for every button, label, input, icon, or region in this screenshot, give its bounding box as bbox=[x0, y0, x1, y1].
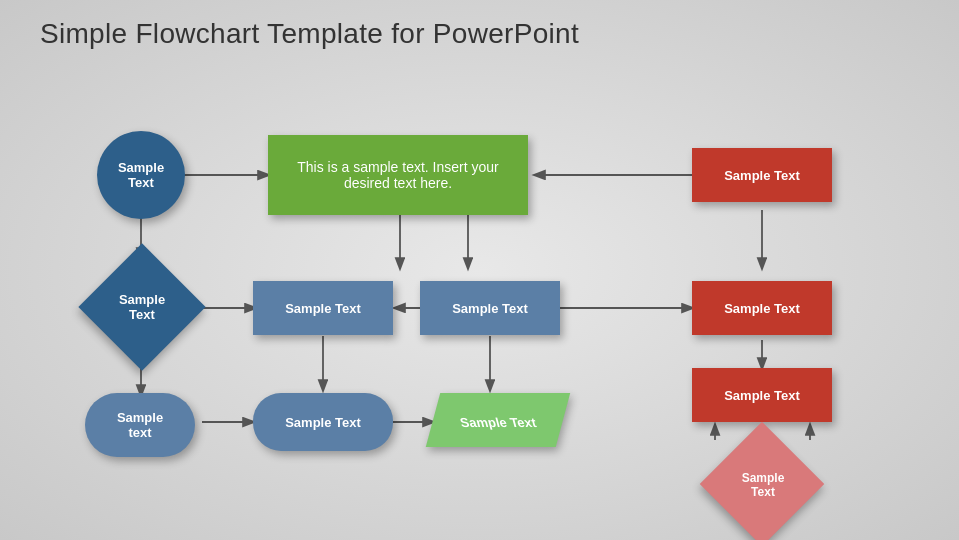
rounded-rect-label: Sample Text bbox=[285, 415, 361, 430]
rect-blue1-shape: Sample Text bbox=[253, 281, 393, 335]
rect-blue1-label: Sample Text bbox=[285, 301, 361, 316]
circle-shape: SampleText bbox=[97, 131, 185, 219]
page-title: Simple Flowchart Template for PowerPoint bbox=[40, 18, 579, 50]
circle-label: SampleText bbox=[118, 160, 164, 190]
oval-label: Sampletext bbox=[117, 410, 163, 440]
green-rect-label: This is a sample text. Insert yourdesire… bbox=[297, 159, 499, 191]
green-rect-shape: This is a sample text. Insert yourdesire… bbox=[268, 135, 528, 215]
red-rect1-shape: Sample Text bbox=[692, 148, 832, 202]
red-rect2-label: Sample Text bbox=[724, 301, 800, 316]
red-rect1-label: Sample Text bbox=[724, 168, 800, 183]
rect-blue2-shape: Sample Text bbox=[420, 281, 560, 335]
parallelogram-shape: Sample Text bbox=[433, 393, 563, 451]
diamond1-label: SampleText bbox=[97, 262, 187, 352]
red-rect3-shape: Sample Text bbox=[692, 368, 832, 422]
red-rect3-label: Sample Text bbox=[724, 388, 800, 403]
rect-blue2-label: Sample Text bbox=[452, 301, 528, 316]
red-rect2-shape: Sample Text bbox=[692, 281, 832, 335]
rounded-rect-shape: Sample Text bbox=[253, 393, 393, 451]
diamond-pink-label: SampleText bbox=[718, 440, 808, 530]
diamond-pink-wrap: SampleText bbox=[718, 440, 808, 530]
parallelogram-label: Sample Text bbox=[425, 393, 571, 451]
oval-shape: Sampletext bbox=[85, 393, 195, 457]
diamond1-wrap: SampleText bbox=[97, 262, 187, 352]
